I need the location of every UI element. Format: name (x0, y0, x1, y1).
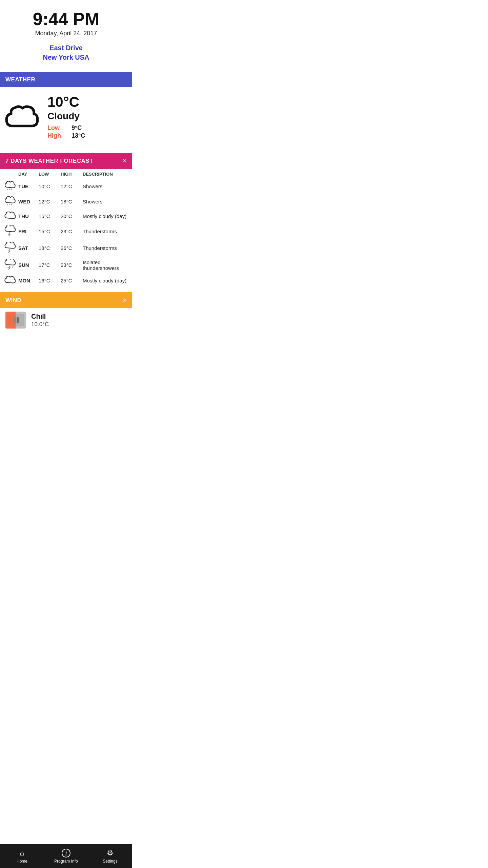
temperature: 10°C (47, 94, 125, 110)
weather-section-header: WEATHER (0, 72, 132, 87)
forecast-row: MON 16°C 25°C Mostly cloudy (day) (3, 274, 129, 288)
forecast-description: Showers (83, 194, 129, 209)
forecast-table: DAY LOW HIGH DESCRIPTION TUE 10°C 12°C S… (3, 169, 129, 288)
forecast-day: SAT (18, 240, 39, 256)
street: East Drive (49, 44, 83, 52)
svg-line-2 (12, 189, 12, 190)
forecast-low: 16°C (39, 274, 61, 288)
forecast-day: TUE (18, 179, 39, 194)
wind-section-body: Chill 10.0°C (0, 308, 132, 334)
forecast-icon-cell (3, 194, 18, 209)
svg-line-3 (7, 204, 8, 205)
svg-line-4 (9, 204, 10, 205)
forecast-high: 25°C (61, 274, 83, 288)
current-time: 9:44 PM (7, 10, 125, 28)
city: New York USA (43, 54, 89, 61)
forecast-day: WED (18, 194, 39, 209)
condition: Cloudy (47, 111, 125, 122)
forecast-low: 10°C (39, 179, 61, 194)
cloud-icon (3, 101, 41, 132)
forecast-icon-cell (3, 179, 18, 194)
col-low: LOW (39, 169, 61, 179)
current-weather: 10°C Cloudy Low 9°C High 13°C (0, 87, 132, 146)
forecast-description: Thunderstorms (83, 223, 129, 240)
forecast-high: 23°C (61, 256, 83, 274)
forecast-close-button[interactable]: × (123, 157, 127, 165)
forecast-icon-cell (3, 240, 18, 256)
forecast-low: 17°C (39, 256, 61, 274)
forecast-low: 18°C (39, 240, 61, 256)
forecast-row: TUE 10°C 12°C Showers (3, 179, 129, 194)
location: East Drive New York USA (7, 43, 125, 62)
col-day: DAY (18, 169, 39, 179)
forecast-table-wrapper: DAY LOW HIGH DESCRIPTION TUE 10°C 12°C S… (0, 169, 132, 289)
forecast-row: THU 15°C 20°C Mostly cloudy (day) (3, 209, 129, 223)
low-high: Low 9°C High 13°C (47, 124, 125, 139)
forecast-header-row: DAY LOW HIGH DESCRIPTION (3, 169, 129, 179)
forecast-row: WED 12°C 18°C Showers (3, 194, 129, 209)
svg-line-7 (12, 267, 13, 268)
header: 9:44 PM Monday, April 24, 2017 East Driv… (0, 0, 132, 65)
forecast-high: 12°C (61, 179, 83, 194)
wind-close-button[interactable]: × (123, 296, 127, 304)
high-label: High (47, 132, 66, 139)
forecast-high: 26°C (61, 240, 83, 256)
wind-bar-icon (7, 314, 24, 326)
col-high: HIGH (61, 169, 83, 179)
forecast-description: Isolated thundershowers (83, 256, 129, 274)
svg-rect-11 (14, 317, 16, 323)
forecast-row: FRI 15°C 23°C Thunderstorms (3, 223, 129, 240)
svg-line-5 (12, 204, 12, 205)
forecast-row: SAT 18°C 26°C Thunderstorms (3, 240, 129, 256)
col-desc: DESCRIPTION (83, 169, 129, 179)
forecast-description: Mostly cloudy (day) (83, 209, 129, 223)
forecast-low: 12°C (39, 194, 61, 209)
forecast-low: 15°C (39, 209, 61, 223)
forecast-row: SUN 17°C 23°C Isolated thundershowers (3, 256, 129, 274)
forecast-high: 20°C (61, 209, 83, 223)
forecast-day: THU (18, 209, 39, 223)
svg-rect-12 (17, 317, 19, 323)
forecast-title: 7 DAYS WEATHER FORECAST (5, 158, 93, 164)
forecast-section-header: 7 DAYS WEATHER FORECAST × (0, 153, 132, 169)
wind-details: Chill 10.0°C (31, 313, 49, 328)
low-label: Low (47, 124, 66, 132)
svg-line-0 (7, 189, 8, 190)
forecast-description: Showers (83, 179, 129, 194)
chill-label: Chill (31, 313, 49, 320)
forecast-description: Thunderstorms (83, 240, 129, 256)
forecast-icon-cell (3, 256, 18, 274)
low-value: 9°C (72, 124, 82, 132)
forecast-icon-cell (3, 209, 18, 223)
weather-details: 10°C Cloudy Low 9°C High 13°C (47, 94, 125, 139)
forecast-icon-cell (3, 274, 18, 288)
forecast-low: 15°C (39, 223, 61, 240)
wind-section-header: WIND × (0, 292, 132, 308)
col-icon (3, 169, 18, 179)
high-value: 13°C (72, 132, 85, 139)
chill-value: 10.0°C (31, 321, 49, 328)
wind-icon (5, 312, 26, 329)
forecast-day: MON (18, 274, 39, 288)
forecast-description: Mostly cloudy (day) (83, 274, 129, 288)
forecast-day: FRI (18, 223, 39, 240)
forecast-icon-cell (3, 223, 18, 240)
forecast-day: SUN (18, 256, 39, 274)
forecast-high: 18°C (61, 194, 83, 209)
svg-line-6 (7, 267, 7, 268)
svg-line-1 (9, 189, 10, 190)
wind-title: WIND (5, 297, 21, 304)
current-date: Monday, April 24, 2017 (7, 30, 125, 37)
forecast-high: 23°C (61, 223, 83, 240)
